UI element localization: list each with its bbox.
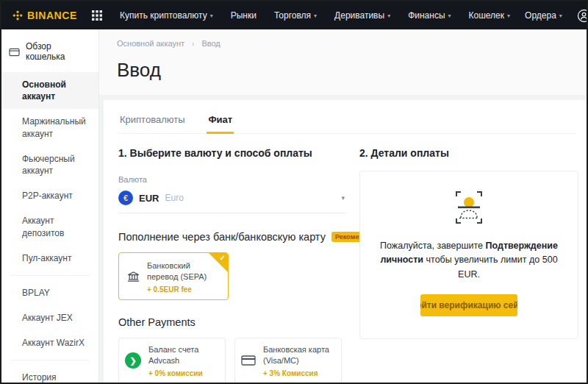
nav-trade[interactable]: Торговля ▾ xyxy=(274,10,317,21)
chevron-down-icon: ▾ xyxy=(314,13,317,19)
sidebar-item-futures-account[interactable]: Фьючерсный аккаунт xyxy=(1,146,98,183)
sidebar-item-wazirx-account[interactable]: Аккаунт WazirX xyxy=(1,330,98,355)
page-title: Ввод xyxy=(117,59,569,82)
breadcrumb: Основной аккаунт › Ввод xyxy=(117,39,569,48)
topbar-right-group: Кошелек ▾ Ордера ▾ xyxy=(469,9,588,23)
currency-code: EUR xyxy=(139,193,159,204)
sidebar-item-pool-account[interactable]: Пул-аккаунт xyxy=(1,246,98,271)
payment-option-sepa[interactable]: Банковский перевод (SEPA) + 0.5EUR fee ✓ xyxy=(118,252,229,300)
advcash-icon: ❯ xyxy=(125,352,141,369)
verify-now-button[interactable]: Пройти верификацию сейчас xyxy=(420,294,517,316)
apps-grid-icon[interactable] xyxy=(92,10,102,21)
credit-card-icon xyxy=(241,355,256,366)
payment-option-bank-card[interactable]: Банковская карта (Visa/MC) + 3% Комиссия xyxy=(234,338,342,383)
bank-icon xyxy=(126,260,140,294)
currency-field-label: Валюта xyxy=(118,175,346,184)
chevron-down-icon: ▾ xyxy=(507,13,510,19)
nav-orders[interactable]: Ордера ▾ xyxy=(525,10,562,21)
tab-fiat[interactable]: Фиат xyxy=(207,113,234,134)
breadcrumb-current: Ввод xyxy=(201,39,220,48)
deposit-content-card: Криптовалюты Фиат 1. Выберите валюту и с… xyxy=(104,100,587,383)
binance-diamond-icon xyxy=(12,10,24,21)
payment-option-advcash[interactable]: ❯ Баланс счета Advcash + 0% комиссии xyxy=(118,338,226,383)
main-area: Основной аккаунт › Ввод Ввод Криптовалют… xyxy=(99,29,587,383)
tab-crypto[interactable]: Криптовалюты xyxy=(118,113,186,133)
nav-markets[interactable]: Рынки xyxy=(231,10,257,21)
identity-scan-icon xyxy=(448,191,490,224)
sidebar-divider xyxy=(10,275,90,276)
chevron-down-icon: ▾ xyxy=(559,13,562,19)
breadcrumb-main-account[interactable]: Основной аккаунт xyxy=(117,39,184,48)
payment-option-fee: + 0% комиссии xyxy=(148,369,219,377)
payment-option-fee: + 3% Комиссия xyxy=(263,369,335,377)
currency-select[interactable]: € EUR Euro ▾ xyxy=(118,184,346,213)
nav-derivatives[interactable]: Деривативы ▾ xyxy=(334,10,390,21)
nav-finance[interactable]: Финансы ▾ xyxy=(408,10,451,21)
bank-transfer-heading: Пополнение через банк/банковскую карту xyxy=(118,231,326,243)
checkmark-icon: ✓ xyxy=(220,254,226,262)
payment-option-title: Банковская карта (Visa/MC) xyxy=(263,344,335,367)
binance-wallet-deposit-page: BINANCE Купить криптовалюту ▾ Рынки Торг… xyxy=(0,0,588,384)
currency-payment-column: 1. Выберите валюту и способ оплаты Валют… xyxy=(118,147,346,383)
payment-option-fee: + 0.5EUR fee xyxy=(147,285,222,294)
deposit-tabs: Криптовалюты Фиат xyxy=(118,113,576,134)
currency-name: Euro xyxy=(165,193,183,203)
nav-buy-crypto[interactable]: Купить криптовалюту ▾ xyxy=(120,10,213,21)
user-account-icon[interactable] xyxy=(577,9,588,23)
payment-option-title: Баланс счета Advcash xyxy=(148,344,219,367)
sidebar-item-deposits-account[interactable]: Аккаунт депозитов xyxy=(1,208,98,245)
sidebar-item-wallet-overview[interactable]: Обзор кошелька xyxy=(1,38,98,72)
sidebar-item-p2p-account[interactable]: P2P-аккаунт xyxy=(1,183,98,208)
step2-heading: 2. Детали оплаты xyxy=(359,147,578,159)
sidebar-divider xyxy=(10,360,90,360)
breadcrumb-separator-icon: › xyxy=(192,40,194,48)
sidebar-item-transaction-history[interactable]: История транзакций xyxy=(1,365,98,383)
wallet-sidebar: Обзор кошелька Основной аккаунт Маржинал… xyxy=(1,29,99,383)
chevron-down-icon: ▾ xyxy=(448,13,451,19)
euro-currency-icon: € xyxy=(118,191,133,205)
chevron-down-icon: ▾ xyxy=(387,13,390,19)
chevron-down-icon: ▾ xyxy=(210,13,213,19)
wallet-icon xyxy=(9,47,20,57)
verification-message: Пожалуйста, завершите Подтверждение личн… xyxy=(376,239,562,282)
sidebar-item-main-account[interactable]: Основной аккаунт xyxy=(1,72,98,109)
other-payments-heading: Other Payments xyxy=(118,316,346,328)
verification-card: Пожалуйста, завершите Подтверждение личн… xyxy=(359,171,578,339)
brand-name: BINANCE xyxy=(27,10,77,21)
page-header: Основной аккаунт › Ввод Ввод xyxy=(99,29,587,95)
step1-heading: 1. Выберите валюту и способ оплаты xyxy=(118,147,346,159)
app-body: Обзор кошелька Основной аккаунт Маржинал… xyxy=(1,29,587,383)
sidebar-item-margin-account[interactable]: Маржинальный аккаунт xyxy=(1,109,98,146)
sidebar-item-bplay[interactable]: BPLAY xyxy=(1,280,98,305)
other-payments-grid: ❯ Баланс счета Advcash + 0% комиссии xyxy=(118,338,346,383)
binance-logo[interactable]: BINANCE xyxy=(12,10,77,21)
sidebar-item-jex-account[interactable]: Аккаунт JEX xyxy=(1,305,98,330)
chevron-down-icon: ▾ xyxy=(341,194,345,202)
nav-wallet[interactable]: Кошелек ▾ xyxy=(469,10,511,21)
payment-details-column: 2. Детали оплаты xyxy=(359,147,578,383)
top-navigation-bar: BINANCE Купить криптовалюту ▾ Рынки Торг… xyxy=(1,1,587,29)
